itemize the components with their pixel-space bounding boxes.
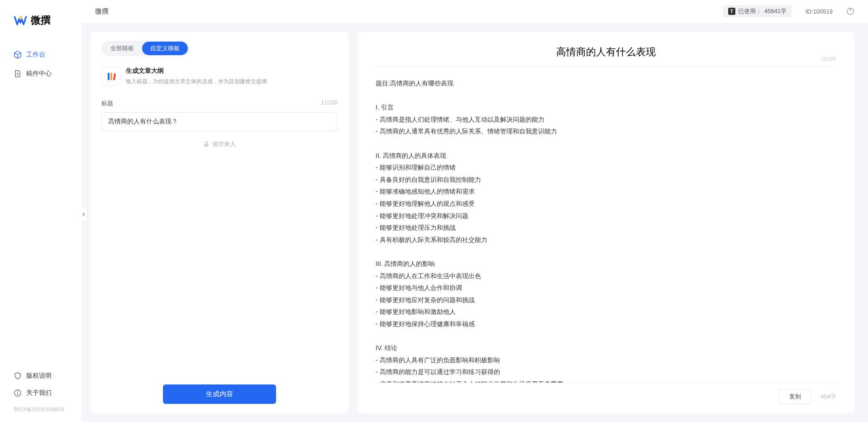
- nav-item-copyright[interactable]: 版权说明: [0, 367, 81, 384]
- nav-item-workbench[interactable]: 工作台: [0, 45, 81, 64]
- output-title: 高情商的人有什么表现: [556, 45, 656, 59]
- field-label-row: 标题 11/100: [101, 100, 338, 108]
- char-count: 11/100: [321, 100, 338, 108]
- template-card: 生成文章大纲 输入标题，为你提供文章主体的灵感，并为其创建推文提纲: [101, 67, 338, 86]
- voice-input-button[interactable]: 请空录入: [101, 140, 338, 148]
- nav-label: 关于我们: [26, 389, 52, 397]
- title-input[interactable]: [101, 112, 338, 131]
- usage-value: 45641字: [764, 7, 787, 15]
- svg-point-1: [17, 391, 18, 392]
- topbar: 微撰 T 已使用： 45641字 ID:100519: [81, 0, 868, 23]
- svg-rect-5: [205, 142, 207, 145]
- sidebar-bottom: 版权说明 关于我们 鄂ICP备2022016946号: [0, 367, 81, 413]
- template-info: 生成文章大纲 输入标题，为你提供文章主体的灵感，并为其创建推文提纲: [126, 67, 338, 85]
- nav: 工作台 稿件中心: [0, 45, 81, 367]
- voice-label: 请空录入: [212, 140, 236, 148]
- template-icon: [101, 67, 120, 86]
- output-panel: 高情商的人有什么表现 10/100 题目:高情商的人有哪些表现 I. 引言 - …: [358, 32, 854, 413]
- nav-label: 工作台: [26, 51, 45, 59]
- generate-button[interactable]: 生成内容: [163, 384, 276, 404]
- usage-label: 已使用：: [738, 7, 762, 15]
- doc-icon: [14, 70, 22, 78]
- panel-footer: 生成内容: [101, 375, 338, 404]
- logo: 微撰: [0, 14, 81, 45]
- template-desc: 输入标题，为你提供文章主体的灵感，并为其创建推文提纲: [126, 78, 338, 85]
- logo-icon: [14, 14, 27, 27]
- copy-button[interactable]: 复制: [779, 389, 811, 404]
- input-panel: 全部模板 自定义模板 生成文章大纲 输入标题，为你提供文章主体的灵感，并为其创建…: [91, 32, 348, 413]
- main: 微撰 T 已使用： 45641字 ID:100519 全部模板 自定: [81, 0, 868, 422]
- shield-icon: [14, 372, 22, 380]
- nav-label: 版权说明: [26, 372, 52, 380]
- word-count: 404字: [820, 393, 836, 401]
- content: 全部模板 自定义模板 生成文章大纲 输入标题，为你提供文章主体的灵感，并为其创建…: [81, 23, 868, 422]
- field-label: 标题: [101, 100, 113, 108]
- power-icon[interactable]: [846, 7, 854, 15]
- cube-icon: [14, 51, 22, 59]
- template-name: 生成文章大纲: [126, 67, 338, 75]
- nav-item-about[interactable]: 关于我们: [0, 384, 81, 402]
- sidebar-collapse-handle[interactable]: [81, 208, 87, 221]
- nav-item-drafts[interactable]: 稿件中心: [0, 64, 81, 83]
- tab-custom-templates[interactable]: 自定义模板: [142, 42, 188, 55]
- brand-text: 微撰: [31, 14, 51, 27]
- output-footer: 复制 404字: [376, 383, 836, 404]
- tab-all-templates[interactable]: 全部模板: [102, 42, 142, 55]
- output-body[interactable]: 题目:高情商的人有哪些表现 I. 引言 - 高情商是指人们处理情绪、与他人互动以…: [376, 66, 836, 383]
- sidebar: 微撰 工作台 稿件中心 版权说明: [0, 0, 81, 422]
- output-top-count: 10/100: [821, 56, 836, 62]
- nav-label: 稿件中心: [26, 70, 52, 78]
- page-title: 微撰: [95, 7, 109, 16]
- icp-text: 鄂ICP备2022016946号: [0, 402, 81, 413]
- usage-pill[interactable]: T 已使用： 45641字: [723, 5, 792, 18]
- output-header: 高情商的人有什么表现 10/100: [376, 45, 836, 66]
- text-icon: T: [728, 8, 735, 15]
- info-icon: [14, 389, 22, 397]
- user-id: ID:100519: [806, 8, 833, 15]
- title-field: 标题 11/100: [101, 100, 338, 131]
- mic-icon: [203, 141, 210, 147]
- topbar-right: T 已使用： 45641字 ID:100519: [723, 5, 854, 18]
- template-tabs: 全部模板 自定义模板: [101, 41, 189, 56]
